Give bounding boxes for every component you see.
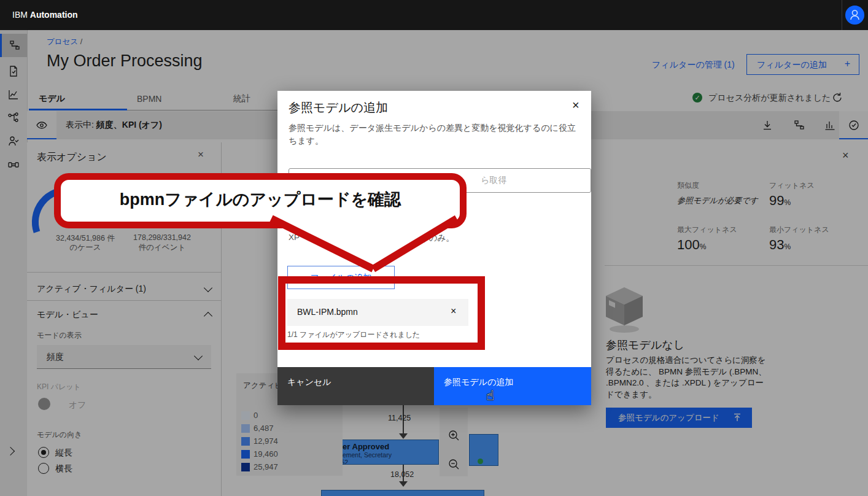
annotation-callout-tail [246, 215, 479, 276]
topbar-divider [842, 0, 842, 30]
annotation-text: bpmnファイルのアップロードを確認 [61, 188, 460, 211]
modal-close-button[interactable]: × [572, 98, 579, 112]
top-bar: IBM Automation [0, 0, 868, 30]
cursor-hand-icon: ☝ [486, 388, 494, 404]
annotation-highlight-box [278, 276, 485, 350]
app-root: IBM Automation [0, 0, 868, 496]
cancel-button[interactable]: キャンセル [277, 367, 434, 405]
submit-button[interactable]: 参照モデルの追加 [434, 367, 591, 405]
brand-ibm: IBM [12, 10, 28, 20]
modal-description: 参照モデルは、データ派生モデルからの差異と変動を視覚化するのに役立ちます。 [289, 122, 582, 147]
source-input-fragment: ら取得 [481, 175, 506, 186]
modal-title: 参照モデルの追加 [289, 99, 388, 116]
submit-label: 参照モデルの追加 [444, 377, 513, 388]
cancel-label: キャンセル [287, 377, 331, 388]
brand-product: Automation [30, 10, 78, 20]
user-icon [845, 6, 864, 25]
avatar[interactable] [845, 6, 864, 25]
